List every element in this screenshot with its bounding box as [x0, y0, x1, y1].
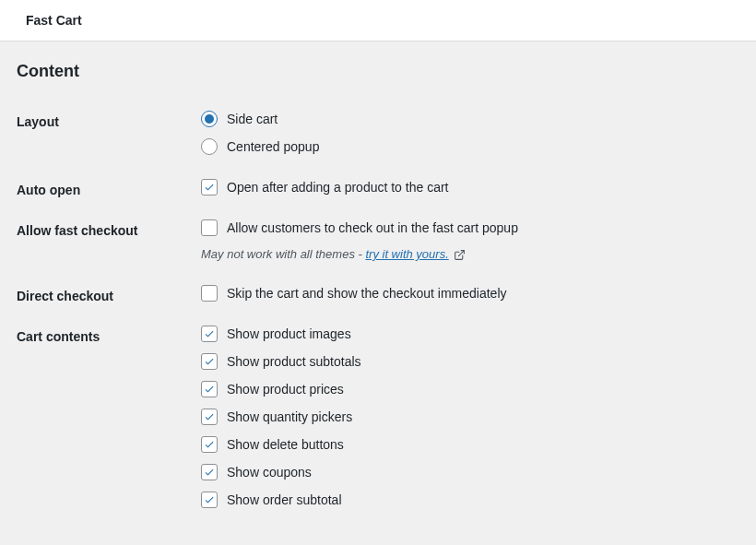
checkbox-order-subtotal-label: Show order subtotal	[227, 492, 342, 508]
label-auto-open: Auto open	[17, 173, 201, 214]
checkbox-order-subtotal[interactable]	[201, 492, 218, 508]
cart-contents-option[interactable]: Show coupons	[201, 464, 739, 480]
radio-side-cart[interactable]	[201, 111, 218, 127]
content-wrap: Content Layout Side cart Centered popup …	[0, 41, 756, 545]
radio-centered-popup-label: Centered popup	[227, 138, 319, 155]
cart-contents-option[interactable]: Show product images	[201, 326, 739, 342]
checkbox-fast-checkout-label: Allow customers to check out in the fast…	[227, 219, 518, 236]
checkbox-product-prices-label: Show product prices	[227, 381, 344, 397]
direct-checkout-option[interactable]: Skip the cart and show the checkout imme…	[201, 285, 739, 302]
cart-contents-option[interactable]: Show quantity pickers	[201, 409, 739, 425]
checkbox-quantity-pickers[interactable]	[201, 409, 218, 425]
layout-option-centered-popup[interactable]: Centered popup	[201, 138, 739, 155]
label-cart-contents: Cart contents	[17, 320, 201, 527]
cart-contents-option[interactable]: Show delete buttons	[201, 436, 739, 453]
checkbox-coupons[interactable]	[201, 464, 218, 480]
label-fast-checkout: Allow fast checkout	[17, 214, 201, 279]
checkbox-quantity-pickers-label: Show quantity pickers	[227, 409, 352, 425]
fast-checkout-hint-text: May not work with all themes -	[201, 247, 365, 261]
section-heading: Content	[17, 62, 739, 81]
external-link-icon	[454, 249, 466, 261]
fast-checkout-hint-link[interactable]: try it with yours.	[365, 247, 448, 261]
top-bar: Fast Cart	[0, 0, 756, 41]
checkbox-product-images[interactable]	[201, 326, 218, 342]
layout-option-side-cart[interactable]: Side cart	[201, 111, 739, 127]
checkbox-auto-open-label: Open after adding a product to the cart	[227, 179, 449, 195]
cart-contents-option[interactable]: Show product subtotals	[201, 353, 739, 370]
radio-centered-popup[interactable]	[201, 138, 218, 155]
label-direct-checkout: Direct checkout	[17, 279, 201, 320]
row-fast-checkout: Allow fast checkout Allow customers to c…	[17, 214, 739, 279]
checkbox-product-prices[interactable]	[201, 381, 218, 397]
checkbox-product-images-label: Show product images	[227, 326, 351, 342]
auto-open-option[interactable]: Open after adding a product to the cart	[201, 179, 739, 195]
page-title: Fast Cart	[26, 13, 730, 28]
checkbox-auto-open[interactable]	[201, 179, 218, 195]
radio-side-cart-label: Side cart	[227, 111, 278, 127]
row-direct-checkout: Direct checkout Skip the cart and show t…	[17, 279, 739, 320]
checkbox-delete-buttons-label: Show delete buttons	[227, 436, 344, 453]
fast-checkout-hint: May not work with all themes - try it wi…	[201, 247, 739, 261]
label-layout: Layout	[17, 105, 201, 173]
checkbox-delete-buttons[interactable]	[201, 436, 218, 453]
cart-contents-option[interactable]: Show product prices	[201, 381, 739, 397]
settings-table: Layout Side cart Centered popup Auto ope…	[17, 105, 739, 527]
cart-contents-option[interactable]: Show order subtotal	[201, 492, 739, 508]
row-layout: Layout Side cart Centered popup	[17, 105, 739, 173]
checkbox-direct-checkout-label: Skip the cart and show the checkout imme…	[227, 285, 507, 302]
checkbox-product-subtotals-label: Show product subtotals	[227, 353, 361, 370]
checkbox-fast-checkout[interactable]	[201, 219, 218, 236]
checkbox-coupons-label: Show coupons	[227, 464, 312, 480]
row-cart-contents: Cart contents Show product images Show p…	[17, 320, 739, 527]
fast-checkout-option[interactable]: Allow customers to check out in the fast…	[201, 219, 739, 236]
checkbox-direct-checkout[interactable]	[201, 285, 218, 302]
row-auto-open: Auto open Open after adding a product to…	[17, 173, 739, 214]
checkbox-product-subtotals[interactable]	[201, 353, 218, 370]
svg-line-0	[459, 251, 465, 256]
